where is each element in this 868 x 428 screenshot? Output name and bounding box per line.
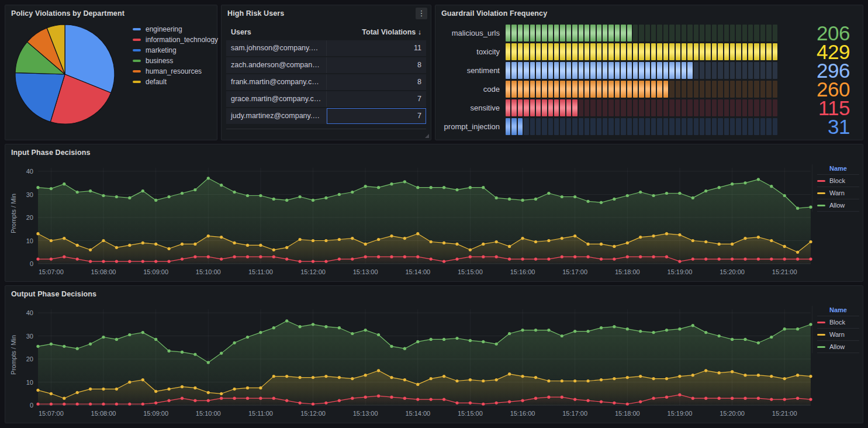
gauge-cell: [566, 43, 571, 60]
gauge-cell: [730, 25, 735, 42]
legend-swatch: [133, 81, 141, 83]
svg-text:15:10:00: 15:10:00: [196, 410, 221, 417]
table-row-4[interactable]: judy.martinez@company.com7: [226, 108, 426, 124]
gauge-cell: [621, 25, 625, 42]
gauge-value-malicious_urls: 206: [782, 25, 850, 42]
pie-legend-item-engineering[interactable]: engineering: [133, 24, 218, 34]
legend-item-warn[interactable]: Warn: [817, 187, 859, 199]
svg-text:15:07:00: 15:07:00: [39, 410, 64, 417]
gauge-cell: [627, 43, 632, 60]
gauge-cell: [566, 25, 571, 42]
gauge-cell: [506, 25, 510, 42]
gauge-row-toxicity: toxicity429: [440, 43, 850, 60]
gauge-cell: [700, 118, 704, 135]
pie-legend-item-business[interactable]: business: [133, 56, 218, 66]
pie-legend-item-human_resources[interactable]: human_resources: [133, 66, 218, 77]
table-row-0[interactable]: sam.johnson@company.com11: [226, 40, 426, 56]
output-timeseries-plot[interactable]: 01020304015:07:0015:08:0015:09:0015:10:0…: [5, 301, 818, 422]
gauge-label: prompt_injection: [440, 122, 501, 131]
grafana-dashboard: Policy Violations by Department engineer…: [0, 0, 868, 428]
gauge-cell: [742, 99, 747, 116]
legend-item-block[interactable]: Block: [817, 175, 859, 187]
gauge-value-sensitive: 115: [782, 99, 850, 116]
column-header-total-violations[interactable]: Total Violations ↓: [326, 28, 426, 36]
gauge-cell: [712, 62, 717, 79]
user-email-cell[interactable]: sam.johnson@company.com: [226, 40, 326, 56]
gauge-cell: [748, 118, 753, 135]
user-email-cell[interactable]: grace.martin@company.com: [226, 91, 326, 107]
gauge-cell: [530, 99, 535, 116]
gauge-cell: [603, 62, 607, 79]
gauge-cell: [663, 43, 668, 60]
gauge-cell: [712, 81, 717, 98]
legend-item-allow[interactable]: Allow: [817, 199, 859, 212]
user-email-cell[interactable]: frank.martin@company.com: [226, 74, 326, 90]
gauge-bar-code[interactable]: [506, 81, 777, 98]
svg-text:15:09:00: 15:09:00: [143, 268, 168, 275]
gauge-cell: [590, 118, 595, 135]
total-violations-cell[interactable]: 7: [326, 108, 426, 124]
total-violations-cell[interactable]: 8: [326, 74, 426, 90]
gauge-label: sensitive: [440, 103, 501, 112]
gauge-cell: [657, 118, 662, 135]
gauge-cell: [524, 118, 528, 135]
gauge-cell: [669, 25, 674, 42]
gauge-cell: [548, 81, 553, 98]
gauge-cell: [694, 99, 698, 116]
total-violations-cell[interactable]: 7: [326, 91, 426, 107]
panel-high-risk-users: High Risk Users ⋮ Users Total Violations…: [221, 5, 431, 140]
gauge-cell: [506, 43, 510, 60]
svg-text:20: 20: [26, 214, 33, 221]
gauge-bar-prompt_injection[interactable]: [506, 118, 777, 135]
svg-text:15:16:00: 15:16:00: [510, 410, 535, 417]
table-row-3[interactable]: grace.martin@company.com7: [226, 91, 426, 107]
output-legend: NameBlockWarnAllow: [812, 306, 859, 353]
table-row-1[interactable]: zach.anderson@company.c...8: [226, 57, 426, 73]
gauge-cell: [700, 99, 704, 116]
pie-legend-item-marketing[interactable]: marketing: [133, 45, 218, 56]
panel-title: Input Phase Decisions: [11, 149, 90, 157]
pie-legend-item-default[interactable]: default: [133, 77, 218, 87]
legend-item-block[interactable]: Block: [817, 316, 859, 329]
legend-name-header[interactable]: Name: [817, 306, 859, 316]
legend-label: information_technology: [146, 36, 218, 44]
pie-legend-item-information_technology[interactable]: information_technology: [133, 34, 218, 45]
table-row-2[interactable]: frank.martin@company.com8: [226, 74, 426, 90]
output-timeseries: Prompts / Min 01020304015:07:0015:08:001…: [5, 301, 863, 423]
gauge-cell: [511, 118, 516, 135]
table-footer-divider: [226, 129, 426, 129]
gauge-bar-toxicity[interactable]: [506, 43, 777, 60]
gauge-cell: [566, 62, 571, 79]
gauge-cell: [608, 25, 613, 42]
legend-item-warn[interactable]: Warn: [817, 329, 859, 341]
total-violations-cell[interactable]: 8: [326, 57, 426, 73]
total-violations-cell[interactable]: 11: [326, 40, 426, 56]
panel-resize-handle[interactable]: [425, 134, 429, 138]
gauge-label: malicious_urls: [440, 29, 501, 37]
user-email-cell[interactable]: zach.anderson@company.c...: [226, 57, 326, 73]
panel-menu-icon[interactable]: ⋮: [416, 8, 427, 19]
gauge-cell: [736, 25, 741, 42]
gauge-cell: [639, 25, 644, 42]
input-timeseries-plot[interactable]: 01020304015:07:0015:08:0015:09:0015:10:0…: [5, 160, 818, 280]
user-email-cell[interactable]: judy.martinez@company.com: [226, 108, 326, 124]
gauge-cell: [542, 81, 547, 98]
panel-title: Guardrail Violation Frequency: [441, 9, 547, 18]
gauge-cell: [718, 25, 722, 42]
legend-item-allow[interactable]: Allow: [817, 341, 859, 353]
gauge-cell: [718, 62, 722, 79]
legend-name-header[interactable]: Name: [817, 164, 859, 175]
gauge-cell: [536, 118, 541, 135]
gauge-cell: [524, 25, 528, 42]
gauge-bar-sentiment[interactable]: [506, 62, 777, 79]
gauge-cell: [736, 62, 741, 79]
column-header-users[interactable]: Users: [226, 28, 326, 36]
gauge-cell: [603, 81, 607, 98]
gauge-bar-malicious_urls[interactable]: [506, 25, 777, 42]
gauge-cell: [651, 25, 656, 42]
gauge-cell: [754, 118, 759, 135]
gauge-bar-sensitive[interactable]: [506, 99, 777, 116]
gauge-cell: [736, 118, 741, 135]
gauge-cell: [669, 118, 674, 135]
gauge-value-sentiment: 296: [782, 62, 850, 79]
